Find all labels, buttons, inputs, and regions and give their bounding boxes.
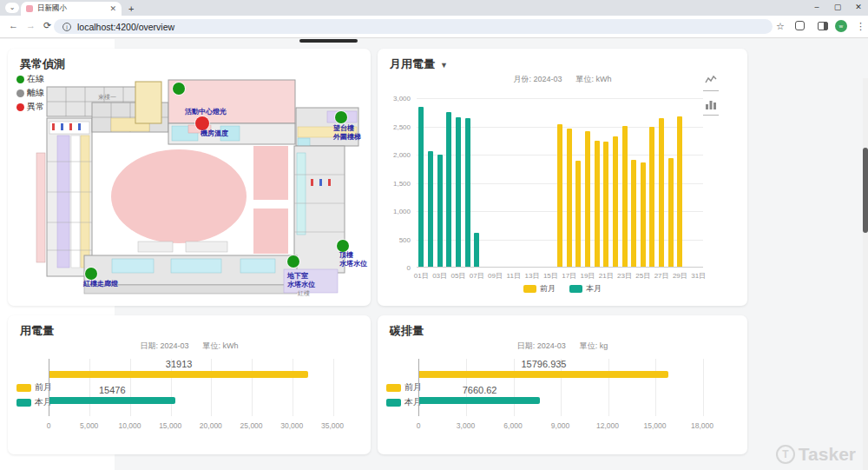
- legend-item-本月[interactable]: 本月: [386, 396, 422, 408]
- x-tick-label: 31日: [686, 271, 712, 281]
- reload-button[interactable]: ⟳: [43, 20, 51, 31]
- corridor: [36, 153, 45, 262]
- bar-前月-day28: [668, 158, 674, 267]
- chart-legend: 前月本月: [378, 283, 747, 295]
- x-tick-label: 12,000: [587, 421, 628, 430]
- bar-前月-day27: [659, 118, 664, 267]
- floor-plan: 東樓一 紅樓 活動中心燈光機房溫度望台樓 外圍樓梯頂樓 水塔水位地下室 水塔水位…: [8, 49, 371, 306]
- bar-前月: [419, 371, 668, 378]
- sensor-label: 活動中心燈光: [185, 108, 227, 116]
- profile-avatar[interactable]: w: [835, 20, 847, 32]
- sensor-dot-online[interactable]: [85, 268, 97, 280]
- browser-toolbar: ← → ⟳ i localhost:4200/overview ☆ w ⋮: [0, 16, 868, 38]
- tab-close-icon[interactable]: ✕: [109, 4, 116, 13]
- window-maximize-button[interactable]: ▢: [832, 3, 844, 11]
- x-tick-label: 9,000: [540, 421, 582, 430]
- extensions-icon[interactable]: [795, 21, 805, 30]
- x-tick-label: 35,000: [312, 421, 353, 430]
- bar-前月-day17: [567, 129, 572, 267]
- tab-search-button[interactable]: ⌄: [5, 3, 19, 13]
- line-chart-toggle-icon[interactable]: [703, 73, 719, 91]
- room-yellow: [81, 136, 89, 268]
- bar-前月-day23: [622, 126, 628, 268]
- bar-chart-toggle-icon[interactable]: [703, 97, 719, 116]
- gridline: [655, 359, 656, 416]
- site-info-icon[interactable]: i: [62, 23, 71, 31]
- side-panel-icon[interactable]: [818, 22, 828, 30]
- x-tick-label: 15,000: [149, 421, 191, 430]
- room-cyan: [297, 153, 306, 235]
- x-tick-label: 25,000: [231, 421, 273, 430]
- x-tick-label: 20,000: [190, 421, 232, 430]
- bar-前月: [49, 371, 308, 378]
- sensor-dot-alert[interactable]: [195, 116, 209, 130]
- legend-item-本月[interactable]: 本月: [16, 396, 52, 408]
- bar-本月: [419, 397, 540, 404]
- bar-value-label: 15796.935: [500, 359, 587, 369]
- legend-swatch: [16, 399, 31, 407]
- browser-menu-icon[interactable]: ⋮: [856, 21, 865, 32]
- x-tick-label: 10,000: [108, 421, 150, 430]
- sensor-dot-online[interactable]: [173, 83, 185, 95]
- legend-item-前月[interactable]: 前月: [386, 381, 422, 394]
- chevron-down-icon: ▼: [440, 61, 448, 70]
- y-tick-label: 3,000: [378, 95, 411, 103]
- gridline: [608, 359, 609, 416]
- gridline: [703, 359, 704, 416]
- legend-item-本月[interactable]: 本月: [569, 283, 602, 295]
- window-minimize-button[interactable]: –: [811, 3, 823, 11]
- x-tick-label: 5,000: [69, 421, 110, 430]
- bar-前月-day26: [649, 127, 654, 267]
- track-field: [111, 149, 247, 243]
- url-bar[interactable]: i localhost:4200/overview: [54, 19, 773, 34]
- room-cyan: [171, 259, 221, 273]
- y-tick-label: 2,500: [378, 123, 411, 131]
- card-title: 用電量: [20, 323, 54, 339]
- sensor-dot-online[interactable]: [337, 240, 349, 252]
- x-tick-label: 6,000: [492, 421, 534, 430]
- window-close-button[interactable]: ✕: [852, 3, 865, 11]
- bar-前月-day29: [677, 116, 682, 267]
- sensor-dot-online[interactable]: [335, 111, 347, 123]
- new-tab-button[interactable]: +: [128, 3, 134, 14]
- legend-swatch: [386, 399, 401, 407]
- legend-label: 前月: [540, 283, 556, 295]
- field-area: [253, 146, 288, 200]
- chart-subtitle: 日期: 2024-03單位: kg: [378, 341, 747, 352]
- bookmark-star-icon[interactable]: ☆: [776, 21, 785, 32]
- gridline: [293, 359, 293, 416]
- bar-本月-day2: [428, 151, 433, 267]
- bar-前月-day22: [613, 136, 618, 267]
- x-tick-label: 15,000: [635, 421, 676, 430]
- sensor-dot-online[interactable]: [287, 255, 299, 268]
- chart-subtitle: 日期: 2024-03單位: kWh: [8, 341, 371, 352]
- bar-前月-day16: [557, 124, 562, 267]
- monthly-chart-dropdown[interactable]: 月用電量▼: [390, 56, 448, 72]
- back-button[interactable]: ←: [9, 20, 18, 30]
- legend-swatch: [386, 384, 401, 392]
- floor-plan-map: 東樓一 紅樓: [8, 49, 371, 306]
- page-scrollbar[interactable]: [863, 78, 868, 470]
- bar-value-label: 15476: [69, 385, 155, 395]
- browser-tab[interactable]: 日新國小 ✕: [21, 2, 122, 16]
- gridline: [252, 359, 253, 416]
- browser-tab-strip: ⌄ 日新國小 ✕ + – ▢ ✕: [0, 0, 868, 16]
- scrollbar-thumb[interactable]: [863, 148, 868, 233]
- legend-item-前月[interactable]: 前月: [523, 283, 556, 295]
- favicon: [26, 5, 33, 12]
- forward-button[interactable]: →: [26, 20, 36, 30]
- bar-本月-day4: [446, 112, 451, 267]
- x-tick-label: 30,000: [271, 421, 312, 430]
- legend-swatch: [16, 384, 31, 392]
- legend-item-前月[interactable]: 前月: [16, 381, 52, 394]
- sensor-label: 紅樓走廊燈: [83, 280, 118, 288]
- bar-value-label: 7660.62: [437, 385, 523, 395]
- x-tick-label: 3,000: [445, 421, 487, 430]
- activity-center: [168, 80, 295, 123]
- y-tick-label: 1,000: [378, 208, 411, 215]
- url-text: localhost:4200/overview: [77, 22, 174, 32]
- y-tick-label: 2,000: [378, 151, 411, 159]
- tasker-logo-icon: T: [776, 445, 795, 464]
- map-label: 紅樓: [298, 290, 310, 296]
- room-yellow: [135, 82, 161, 123]
